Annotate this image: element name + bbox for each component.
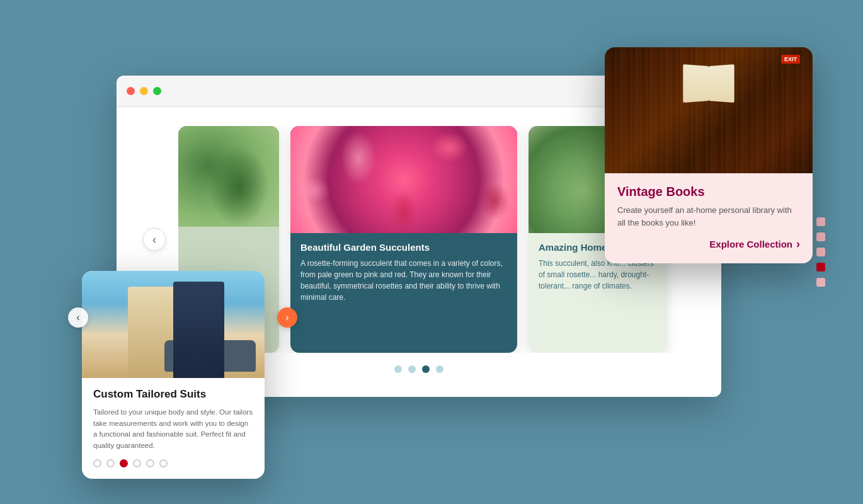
suits-card-body: Custom Tailored Suits Tailored to your u…	[82, 378, 265, 479]
vintage-card-image: EXIT	[605, 47, 813, 173]
side-dot-2[interactable]	[816, 232, 825, 241]
suits-dot-1[interactable]	[93, 459, 101, 467]
chevron-right-icon: ›	[796, 238, 800, 251]
suits-dot-2[interactable]	[106, 459, 115, 467]
suits-dots	[93, 459, 253, 467]
chevron-right-suits-icon: ›	[285, 312, 289, 323]
suits-card-description: Tailored to your unique body and style. …	[93, 407, 253, 452]
suits-card: Custom Tailored Suits Tailored to your u…	[82, 271, 265, 479]
close-dot[interactable]	[127, 87, 135, 95]
card-succulent-title: Beautiful Garden Succulents	[300, 242, 507, 253]
carousel-dots	[394, 365, 443, 373]
card-succulent-body: Beautiful Garden Succulents A rosette-fo…	[290, 233, 517, 312]
suits-dot-6[interactable]	[159, 459, 168, 467]
carousel-dot-4[interactable]	[436, 365, 443, 373]
men-suit-background	[82, 271, 265, 378]
suits-dot-3-active[interactable]	[120, 459, 128, 467]
carousel-dot-2[interactable]	[408, 365, 416, 373]
maximize-dot[interactable]	[153, 87, 161, 95]
carousel-dot-3[interactable]	[422, 365, 430, 373]
chevron-left-icon: ‹	[152, 233, 156, 246]
leaf-background	[178, 126, 279, 227]
pink-flower-background	[290, 126, 517, 233]
card-succulent-image	[290, 126, 517, 233]
suits-card-image	[82, 271, 265, 378]
vintage-card-description: Create yourself an at-home personal libr…	[617, 204, 800, 229]
carousel-dot-1[interactable]	[394, 365, 402, 373]
open-book-icon	[683, 66, 734, 104]
card-leaf-image	[178, 126, 279, 227]
side-dot-4-active[interactable]	[816, 263, 825, 272]
card-succulent-description: A rosette-forming succulent that comes i…	[300, 258, 507, 303]
suits-dot-5[interactable]	[146, 459, 154, 467]
vintage-card-title: Vintage Books	[617, 185, 800, 199]
car-shape	[164, 340, 256, 372]
suits-next-button[interactable]: ›	[277, 307, 297, 328]
carousel-prev-button[interactable]: ‹	[143, 228, 166, 251]
explore-collection-button[interactable]: Explore Collection ›	[617, 238, 800, 251]
vintage-card-body: Vintage Books Create yourself an at-home…	[605, 173, 813, 263]
exit-sign: EXIT	[781, 55, 800, 64]
chevron-left-suits-icon: ‹	[76, 312, 79, 323]
suits-prev-button[interactable]: ‹	[68, 307, 88, 328]
explore-collection-label: Explore Collection	[709, 239, 792, 249]
bookshelf-background: EXIT	[605, 47, 813, 173]
suits-dot-4[interactable]	[133, 459, 141, 467]
side-dot-1[interactable]	[816, 217, 825, 226]
vintage-books-card: EXIT Vintage Books Create yourself an at…	[605, 47, 813, 263]
card-succulent-main: Beautiful Garden Succulents A rosette-fo…	[290, 126, 517, 353]
suits-card-title: Custom Tailored Suits	[93, 388, 253, 401]
minimize-dot[interactable]	[140, 87, 148, 95]
side-dot-3[interactable]	[816, 248, 825, 256]
side-pagination-dots	[816, 217, 825, 287]
side-dot-5[interactable]	[816, 278, 825, 287]
